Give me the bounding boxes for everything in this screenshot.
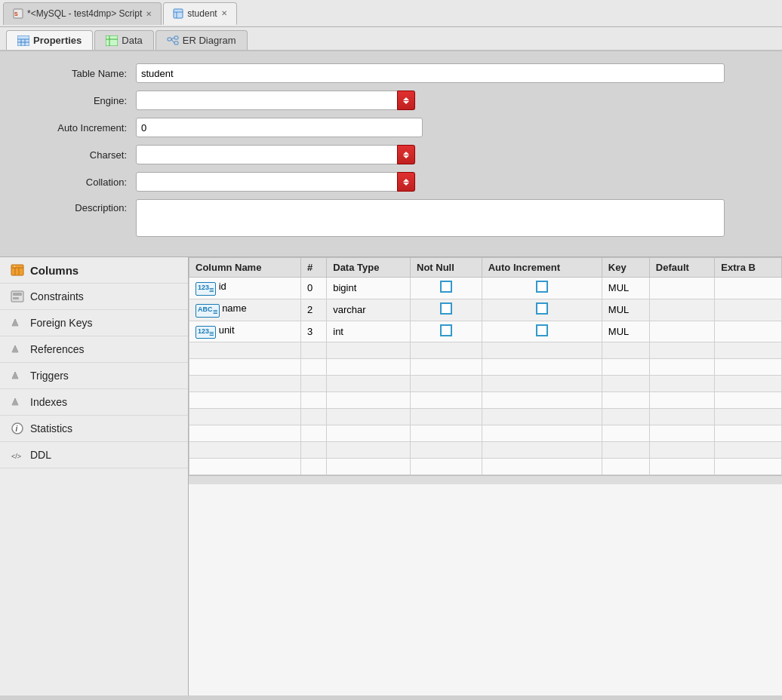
auto-increment-input[interactable]	[136, 118, 423, 137]
sub-tab-data[interactable]: Data	[94, 30, 153, 50]
statistics-icon: i	[11, 422, 24, 435]
cell-col-name: 123☰ unit	[189, 321, 301, 342]
svg-line-17	[171, 39, 174, 43]
table-row[interactable]: ABC☰ name2varcharMUL	[189, 299, 782, 321]
cell-col-extra	[715, 321, 782, 342]
table-icon	[173, 8, 183, 19]
auto-increment-label: Auto Increment:	[15, 122, 136, 134]
sidebar-constraints-label: Constraints	[30, 290, 84, 302]
not-null-checkbox[interactable]	[440, 302, 452, 315]
engine-select-wrap	[136, 91, 415, 110]
cell-col-key: MUL	[602, 299, 649, 321]
cell-col-not-null[interactable]	[411, 321, 482, 342]
auto-inc-checkbox[interactable]	[536, 281, 548, 293]
sidebar-item-statistics[interactable]: i Statistics	[0, 416, 188, 442]
sidebar-references-label: References	[30, 343, 85, 355]
empty-row	[189, 342, 782, 359]
cell-col-type: varchar	[327, 299, 411, 321]
sidebar-item-constraints[interactable]: Constraints	[0, 284, 188, 310]
svg-text:S: S	[14, 11, 18, 17]
sidebar-ddl-label: DDL	[30, 449, 51, 461]
collation-spinner[interactable]	[397, 172, 415, 192]
svg-text:i: i	[16, 425, 18, 433]
columns-icon: +	[11, 263, 24, 277]
col-header-name: Column Name	[189, 258, 301, 278]
numeric-col-icon: 123☰	[196, 281, 219, 292]
engine-spinner[interactable]	[397, 91, 415, 110]
charset-spinner[interactable]	[397, 145, 415, 164]
svg-line-16	[171, 38, 174, 39]
cell-col-name: ABC☰ name	[189, 299, 301, 321]
table-name-input[interactable]	[136, 63, 725, 83]
sidebar-item-triggers[interactable]: Triggers	[0, 363, 188, 389]
empty-row	[189, 442, 782, 459]
form-row-charset: Charset:	[15, 145, 767, 164]
form-area: Table Name: Engine: Auto Increment:	[0, 51, 782, 257]
cell-col-default	[649, 299, 715, 321]
sidebar-item-columns[interactable]: + Columns	[0, 257, 188, 284]
svg-rect-10	[106, 35, 118, 46]
tab-script-close[interactable]: ✕	[146, 10, 152, 18]
triggers-icon	[11, 369, 24, 382]
sidebar-item-foreign-keys[interactable]: Foreign Keys	[0, 310, 188, 336]
cell-col-not-null[interactable]	[411, 278, 482, 299]
sql-script-icon: S	[13, 8, 23, 19]
string-col-icon: ABC☰	[196, 302, 222, 314]
engine-input[interactable]	[136, 91, 415, 110]
cell-col-extra	[715, 299, 782, 321]
main-content: Table Name: Engine: Auto Increment:	[0, 51, 782, 695]
empty-row	[189, 376, 782, 392]
form-row-table-name: Table Name:	[15, 63, 767, 83]
cell-col-num: 0	[300, 278, 326, 299]
indexes-icon	[11, 395, 24, 409]
form-row-description: Description:	[15, 199, 767, 237]
horizontal-scrollbar[interactable]	[189, 475, 782, 484]
columns-table: Column Name # Data Type Not Null Auto In…	[189, 257, 782, 475]
tab-student[interactable]: student ✕	[163, 2, 236, 25]
cell-col-default	[649, 278, 715, 299]
empty-row	[189, 425, 782, 442]
table-name-label: Table Name:	[15, 68, 136, 79]
sub-tab-properties-label: Properties	[33, 35, 82, 46]
cell-col-not-null[interactable]	[411, 299, 482, 321]
col-header-default: Default	[649, 258, 715, 278]
empty-row	[189, 359, 782, 376]
sidebar-item-ddl[interactable]: </> DDL	[0, 442, 188, 468]
not-null-checkbox[interactable]	[440, 281, 452, 293]
foreign-keys-icon	[11, 316, 24, 330]
table-row[interactable]: 123☰ id0bigintMUL	[189, 278, 782, 299]
references-icon	[11, 342, 24, 356]
charset-input[interactable]	[136, 145, 415, 164]
tab-script[interactable]: S *<MySQL - test4dmp> Script ✕	[3, 2, 162, 25]
tab-student-close[interactable]: ✕	[221, 9, 227, 17]
not-null-checkbox[interactable]	[440, 324, 452, 336]
form-row-collation: Collation:	[15, 172, 767, 192]
data-icon	[106, 35, 118, 46]
table-area: Column Name # Data Type Not Null Auto In…	[189, 257, 782, 695]
sub-tab-er-diagram[interactable]: ER Diagram	[155, 30, 248, 50]
svg-rect-2	[174, 9, 183, 18]
cell-col-auto-inc[interactable]	[482, 278, 602, 299]
cell-col-auto-inc[interactable]	[482, 321, 602, 342]
col-header-type: Data Type	[327, 258, 411, 278]
sidebar-item-indexes[interactable]: Indexes	[0, 389, 188, 416]
form-row-auto-increment: Auto Increment:	[15, 118, 767, 137]
sidebar-item-references[interactable]: References	[0, 336, 188, 363]
tab-bar: S *<MySQL - test4dmp> Script ✕ student ✕	[0, 0, 782, 27]
sub-tab-properties[interactable]: Properties	[6, 30, 93, 50]
sidebar: + Columns Constraints	[0, 257, 189, 695]
form-row-engine: Engine:	[15, 91, 767, 110]
collation-input[interactable]	[136, 172, 415, 192]
auto-inc-checkbox[interactable]	[536, 302, 548, 315]
table-row[interactable]: 123☰ unit3intMUL	[189, 321, 782, 342]
cell-col-auto-inc[interactable]	[482, 299, 602, 321]
cell-col-key: MUL	[602, 321, 649, 342]
description-input[interactable]	[136, 199, 725, 237]
auto-inc-checkbox[interactable]	[536, 324, 548, 336]
sub-tab-bar: Properties Data ER Diagram	[0, 27, 782, 51]
ddl-icon: </>	[11, 448, 24, 462]
tab-script-label: *<MySQL - test4dmp> Script	[27, 8, 142, 19]
cell-col-num: 3	[300, 321, 326, 342]
svg-rect-13	[168, 38, 171, 41]
col-header-num: #	[300, 258, 326, 278]
